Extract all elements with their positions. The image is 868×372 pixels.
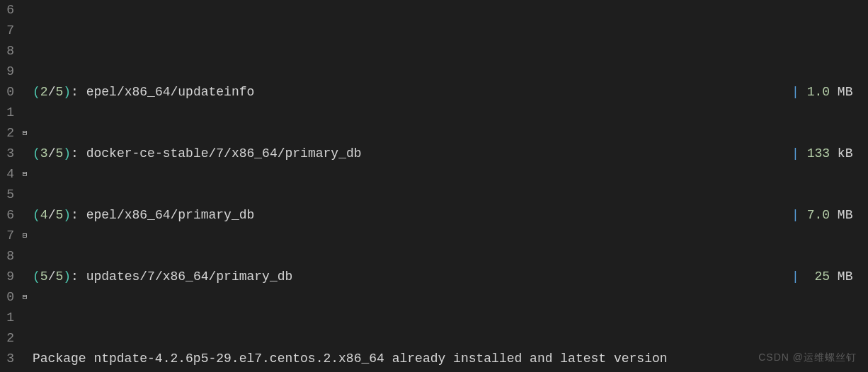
- line-number: 0: [0, 82, 14, 103]
- line-number: 9: [0, 267, 14, 287]
- line-number: 7: [0, 21, 14, 41]
- line-number: 1: [0, 103, 14, 123]
- line-number: 2: [0, 123, 14, 144]
- line-number: 6: [0, 0, 14, 21]
- fold-marker-icon: [20, 62, 30, 82]
- fold-marker-icon: [20, 308, 30, 328]
- download-line: (5/5): updates/7/x86_64/primary_db| 25 M…: [33, 267, 868, 287]
- fold-marker-icon[interactable]: ⊟: [20, 287, 30, 308]
- line-number: 9: [0, 62, 14, 82]
- fold-marker-icon: [20, 144, 30, 164]
- fold-marker-icon: [20, 349, 30, 369]
- code-editor[interactable]: 678901234567890123 ⊟⊟⊟⊟ (2/5): epel/x86_…: [0, 0, 868, 372]
- fold-marker-icon: [20, 185, 30, 205]
- line-number-gutter: 678901234567890123: [0, 0, 20, 372]
- line-number: 3: [0, 144, 14, 164]
- watermark: CSDN @运维螺丝钉: [758, 347, 857, 368]
- line-number: 4: [0, 164, 14, 185]
- line-number: 1: [0, 308, 14, 328]
- line-number: 5: [0, 185, 14, 205]
- line-number: 0: [0, 287, 14, 308]
- line-number: 8: [0, 246, 14, 267]
- fold-marker-icon: [20, 246, 30, 267]
- fold-marker-icon: [20, 103, 30, 123]
- fold-marker-icon[interactable]: ⊟: [20, 226, 30, 246]
- fold-marker-icon[interactable]: ⊟: [20, 164, 30, 185]
- download-line: (3/5): docker-ce-stable/7/x86_64/primary…: [33, 144, 868, 164]
- fold-marker-icon: [20, 328, 30, 349]
- fold-marker-icon: [20, 82, 30, 103]
- fold-marker-icon: [20, 267, 30, 287]
- fold-marker-icon: [20, 205, 30, 226]
- fold-marker-icon: [20, 21, 30, 41]
- fold-marker-icon: [20, 41, 30, 62]
- fold-marker-icon[interactable]: ⊟: [20, 123, 30, 144]
- line-number: 7: [0, 226, 14, 246]
- fold-marker-icon: [20, 0, 30, 21]
- line-number: 8: [0, 41, 14, 62]
- terminal-output[interactable]: (2/5): epel/x86_64/updateinfo| 1.0 MB 00…: [30, 0, 868, 372]
- download-line: (4/5): epel/x86_64/primary_db| 7.0 MB 00: [33, 205, 868, 226]
- package-installed-line: Package ntpdate-4.2.6p5-29.el7.centos.2.…: [33, 349, 868, 369]
- line-number: 6: [0, 205, 14, 226]
- fold-gutter: ⊟⊟⊟⊟: [20, 0, 30, 372]
- line-number: 2: [0, 328, 14, 349]
- download-line: (2/5): epel/x86_64/updateinfo| 1.0 MB 00: [33, 82, 868, 103]
- line-number: 3: [0, 349, 14, 369]
